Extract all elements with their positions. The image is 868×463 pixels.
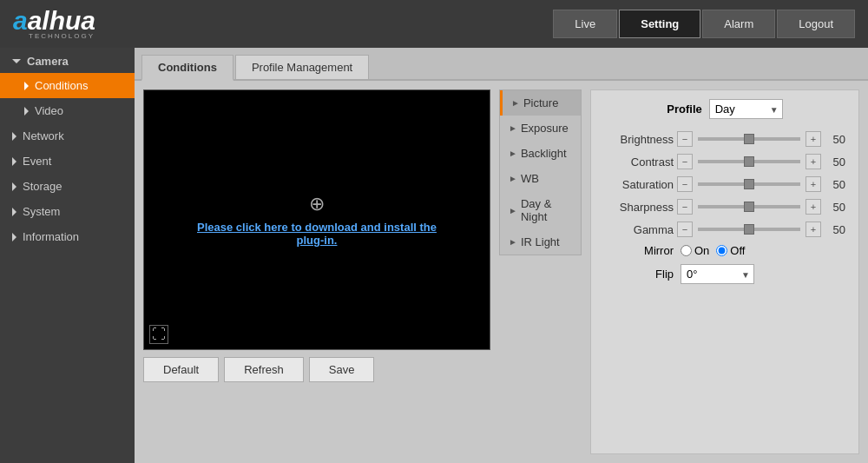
sidebar: Camera Conditions Video Network Event St… xyxy=(0,48,135,463)
gamma-label: Gamma xyxy=(604,223,674,236)
storage-label: Storage xyxy=(23,180,62,193)
gamma-row: Gamma − + 50 xyxy=(604,222,845,237)
picture-menu-item-ir-light[interactable]: ► IR Light xyxy=(500,229,581,255)
contrast-plus-button[interactable]: + xyxy=(806,154,821,169)
brightness-label: Brightness xyxy=(604,133,674,146)
contrast-value: 50 xyxy=(825,155,845,169)
picture-menu-item-picture[interactable]: ► Picture xyxy=(500,90,581,116)
default-button[interactable]: Default xyxy=(143,357,219,382)
header: a alhua TECHNOLOGY Live Setting Alarm Lo… xyxy=(0,0,868,48)
brightness-row: Brightness − + 50 xyxy=(604,131,845,147)
mirror-on-label: On xyxy=(694,244,709,257)
exposure-arrow-icon: ► xyxy=(509,123,517,133)
information-label: Information xyxy=(23,230,79,243)
sidebar-section-camera[interactable]: Camera xyxy=(0,48,135,73)
logo: a alhua TECHNOLOGY xyxy=(13,8,95,40)
network-label: Network xyxy=(23,129,64,142)
storage-arrow-icon xyxy=(12,182,16,191)
gamma-slider-thumb[interactable] xyxy=(744,224,754,235)
sharpness-plus-button[interactable]: + xyxy=(806,199,821,215)
picture-menu-item-day-night[interactable]: ► Day & Night xyxy=(500,191,581,229)
logout-button[interactable]: Logout xyxy=(777,10,855,38)
sharpness-slider-thumb[interactable] xyxy=(744,202,754,212)
brightness-minus-button[interactable]: − xyxy=(677,131,693,147)
setting-button[interactable]: Setting xyxy=(619,10,700,38)
contrast-slider-thumb[interactable] xyxy=(744,156,754,167)
flip-label: Flip xyxy=(604,268,674,281)
main-layout: Camera Conditions Video Network Event St… xyxy=(0,48,868,463)
brightness-slider-track[interactable] xyxy=(698,137,800,141)
brightness-value: 50 xyxy=(825,133,845,146)
content-area: Conditions Profile Management ⊕ Please c… xyxy=(135,48,868,463)
profile-select[interactable]: Day Night Normal xyxy=(709,99,783,119)
backlight-arrow-icon: ► xyxy=(509,149,517,158)
ir-light-arrow-icon: ► xyxy=(509,237,517,247)
sidebar-item-event[interactable]: Event xyxy=(0,149,135,174)
wb-arrow-icon: ► xyxy=(509,174,517,183)
download-link[interactable]: Please click here to download and instal… xyxy=(197,221,437,247)
sidebar-item-system[interactable]: System xyxy=(0,199,135,224)
download-icon: ⊕ xyxy=(197,193,437,215)
picture-menu: ► Picture ► Exposure ► Backlight ► WB ► xyxy=(499,89,582,255)
logo-text: alhua xyxy=(28,8,95,34)
sidebar-item-video[interactable]: Video xyxy=(0,98,135,123)
gamma-plus-button[interactable]: + xyxy=(806,222,821,237)
contrast-minus-button[interactable]: − xyxy=(677,154,693,169)
sidebar-item-information[interactable]: Information xyxy=(0,224,135,249)
sidebar-item-storage[interactable]: Storage xyxy=(0,174,135,199)
gamma-slider-track[interactable] xyxy=(698,228,800,231)
video-arrow-icon xyxy=(24,107,29,116)
action-buttons: Default Refresh Save xyxy=(143,357,490,382)
sharpness-minus-button[interactable]: − xyxy=(677,199,693,215)
backlight-label: Backlight xyxy=(521,147,567,160)
fullscreen-button[interactable]: ⛶ xyxy=(149,325,168,344)
profile-row: Profile Day Night Normal ▼ xyxy=(604,99,845,119)
sharpness-slider-track[interactable] xyxy=(698,205,800,208)
sharpness-value: 50 xyxy=(825,201,845,214)
tab-profile-management[interactable]: Profile Management xyxy=(235,55,369,79)
flip-select-wrapper: 0° 90° 180° 270° ▼ xyxy=(681,264,754,284)
network-arrow-icon xyxy=(12,132,16,141)
contrast-row: Contrast − + 50 xyxy=(604,154,845,169)
day-night-arrow-icon: ► xyxy=(509,206,517,215)
picture-arrow-icon: ► xyxy=(511,98,520,108)
picture-menu-item-wb[interactable]: ► WB xyxy=(500,166,581,191)
video-container: ⊕ Please click here to download and inst… xyxy=(143,89,490,350)
video-section: ⊕ Please click here to download and inst… xyxy=(143,89,490,454)
mirror-off-radio[interactable]: Off xyxy=(716,244,745,257)
profile-select-wrapper: Day Night Normal ▼ xyxy=(709,99,783,119)
contrast-slider-track[interactable] xyxy=(698,160,800,163)
contrast-label: Contrast xyxy=(604,155,674,169)
mirror-row: Mirror On Off xyxy=(604,244,845,257)
save-button[interactable]: Save xyxy=(309,357,375,382)
picture-label: Picture xyxy=(523,96,558,109)
system-arrow-icon xyxy=(12,208,16,216)
gamma-minus-button[interactable]: − xyxy=(677,222,693,237)
sidebar-item-network[interactable]: Network xyxy=(0,123,135,149)
picture-menu-item-backlight[interactable]: ► Backlight xyxy=(500,141,581,166)
mirror-on-radio[interactable]: On xyxy=(681,244,709,257)
arrow-right-icon xyxy=(24,82,29,90)
mirror-off-label: Off xyxy=(730,244,745,257)
brightness-slider-thumb[interactable] xyxy=(744,134,754,144)
gamma-value: 50 xyxy=(825,223,845,236)
logo-subtitle: TECHNOLOGY xyxy=(29,32,95,40)
sharpness-label: Sharpness xyxy=(604,201,674,214)
alarm-button[interactable]: Alarm xyxy=(702,10,775,38)
saturation-minus-button[interactable]: − xyxy=(677,176,693,192)
brightness-plus-button[interactable]: + xyxy=(806,131,821,147)
saturation-slider-thumb[interactable] xyxy=(744,179,754,189)
picture-menu-item-exposure[interactable]: ► Exposure xyxy=(500,116,581,141)
event-arrow-icon xyxy=(12,157,16,166)
flip-select[interactable]: 0° 90° 180° 270° xyxy=(681,264,754,284)
system-label: System xyxy=(23,205,60,218)
live-button[interactable]: Live xyxy=(553,10,617,38)
flip-row: Flip 0° 90° 180° 270° ▼ xyxy=(604,264,845,284)
sidebar-item-conditions[interactable]: Conditions xyxy=(0,73,135,98)
refresh-button[interactable]: Refresh xyxy=(224,357,304,382)
conditions-label: Conditions xyxy=(35,79,88,92)
saturation-plus-button[interactable]: + xyxy=(806,176,821,192)
saturation-slider-track[interactable] xyxy=(698,182,800,186)
saturation-label: Saturation xyxy=(604,178,674,191)
tab-conditions[interactable]: Conditions xyxy=(141,55,233,81)
